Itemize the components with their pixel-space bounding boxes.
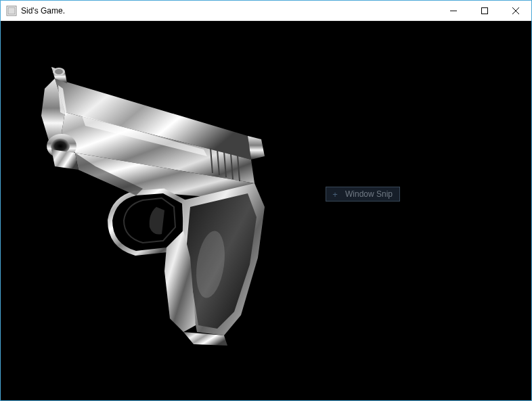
application-window: Sid's Game.: [0, 0, 532, 401]
close-icon: [512, 7, 519, 14]
maximize-icon: [481, 7, 488, 14]
game-viewport[interactable]: + Window Snip: [1, 21, 531, 400]
svg-point-11: [55, 69, 63, 74]
snip-tooltip: + Window Snip: [326, 187, 400, 202]
svg-rect-1: [8, 7, 15, 14]
handgun-model: [14, 48, 285, 346]
titlebar-left: Sid's Game.: [6, 5, 65, 16]
close-button[interactable]: [500, 1, 531, 21]
titlebar[interactable]: Sid's Game.: [1, 1, 531, 21]
window-controls: [438, 1, 531, 20]
plus-icon: +: [330, 189, 340, 199]
svg-rect-3: [482, 8, 488, 14]
tooltip-label: Window Snip: [345, 189, 393, 199]
app-icon: [6, 5, 17, 16]
window-title: Sid's Game.: [21, 6, 65, 16]
minimize-icon: [450, 7, 457, 14]
maximize-button[interactable]: [469, 1, 500, 21]
minimize-button[interactable]: [438, 1, 469, 21]
